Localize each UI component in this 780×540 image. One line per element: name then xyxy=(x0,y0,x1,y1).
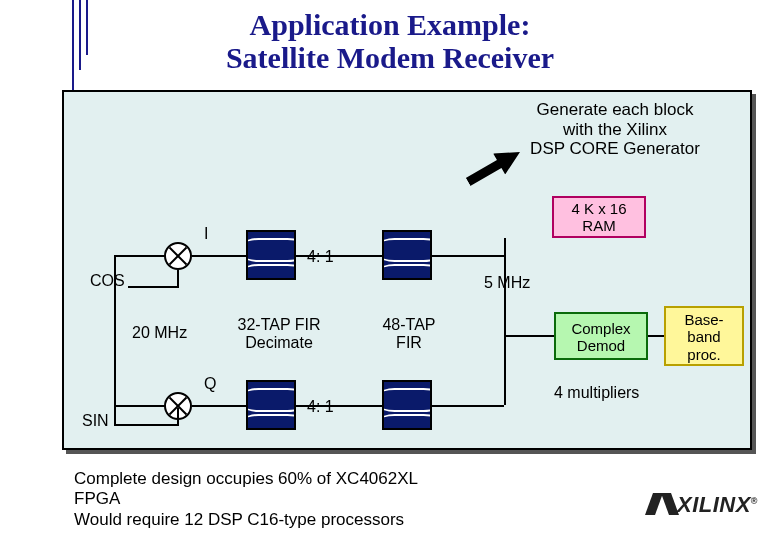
decor-bar-3 xyxy=(86,0,88,55)
baseband-block: Base- band proc. xyxy=(664,306,744,366)
fir-box-i2 xyxy=(382,230,432,280)
fir2-label: 48-TAP FIR xyxy=(369,316,449,352)
page-title: Application Example: Satellite Modem Rec… xyxy=(0,0,780,74)
cos-label: COS xyxy=(90,272,125,290)
decor-bar-2 xyxy=(79,0,81,70)
diagram-panel: Generate each block with the Xilinx DSP … xyxy=(62,90,752,450)
q-label: Q xyxy=(204,375,216,393)
fir-box-q1 xyxy=(246,380,296,430)
ram-block: 4 K x 16 RAM xyxy=(552,196,646,238)
title-line1: Application Example: xyxy=(250,8,531,41)
wire xyxy=(504,335,554,337)
xilinx-logo: XILINX® xyxy=(649,492,758,518)
wire xyxy=(296,405,382,407)
rate-in-label: 20 MHz xyxy=(132,324,187,342)
wire xyxy=(432,405,504,407)
fir1-label: 32-TAP FIR Decimate xyxy=(224,316,334,352)
footer-text: Complete design occupies 60% of XC4062XL… xyxy=(74,469,504,530)
wire xyxy=(128,286,178,288)
generator-note: Generate each block with the Xilinx DSP … xyxy=(510,100,720,159)
fir-box-q2 xyxy=(382,380,432,430)
wire xyxy=(648,335,664,337)
rate-mid-label: 5 MHz xyxy=(484,274,530,292)
decimate-label-1: 4: 1 xyxy=(307,248,334,266)
fir-box-i1 xyxy=(246,230,296,280)
wire xyxy=(432,255,504,257)
title-line2: Satellite Modem Receiver xyxy=(226,41,554,74)
decimate-label-2: 4: 1 xyxy=(307,398,334,416)
complex-demod-block: Complex Demod xyxy=(554,312,648,360)
wire xyxy=(114,255,116,425)
sin-label: SIN xyxy=(82,412,109,430)
wire xyxy=(504,238,506,256)
wire xyxy=(192,405,246,407)
wire xyxy=(296,255,382,257)
decor-bar-1 xyxy=(72,0,74,90)
wire xyxy=(192,255,246,257)
xilinx-x-icon xyxy=(649,493,675,515)
mixer-i xyxy=(164,242,192,270)
multipliers-label: 4 multipliers xyxy=(554,384,639,402)
wire xyxy=(504,255,506,405)
i-label: I xyxy=(204,225,208,243)
wire xyxy=(114,424,178,426)
